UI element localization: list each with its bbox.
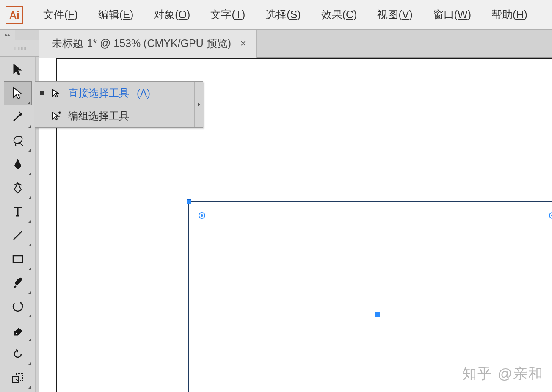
svg-rect-3	[13, 256, 22, 262]
menu-item-e[interactable]: 编辑(E)	[93, 5, 138, 24]
document-tab-bar: 未标题-1* @ 153% (CMYK/GPU 预览) ×	[39, 30, 552, 58]
corner-widget-top-left[interactable]	[199, 212, 205, 219]
flyout-indicator-icon	[28, 196, 31, 199]
direct-selection-tool-button[interactable]	[4, 81, 32, 105]
flyout-indicator-icon	[28, 268, 31, 270]
rectangle-tool-icon	[11, 252, 25, 266]
corner-widget-top-right[interactable]	[549, 212, 552, 219]
svg-text:+: +	[58, 111, 61, 115]
menu-bar: Ai 文件(F)编辑(E)对象(O)文字(T)选择(S)效果(C)视图(V)窗口…	[0, 0, 552, 30]
pen-tool-icon	[11, 157, 25, 171]
flyout-indicator-icon	[28, 315, 31, 317]
scale-tool-icon	[11, 371, 25, 384]
eraser-tool-icon	[11, 323, 25, 337]
flyout-indicator-icon	[28, 173, 31, 175]
curvature-tool-button[interactable]	[4, 176, 32, 200]
watermark-text: 知乎 @亲和	[462, 364, 544, 384]
menu-item-h[interactable]: 帮助(H)	[486, 5, 533, 24]
active-indicator-icon	[40, 91, 44, 95]
shaper-tool-icon	[11, 300, 25, 313]
flyout-indicator-icon	[28, 339, 31, 341]
selected-rectangle[interactable]	[188, 201, 552, 392]
brush-tool-icon	[11, 276, 25, 290]
flyout-indicator-icon	[28, 291, 31, 294]
type-tool-icon	[11, 205, 25, 218]
ruler-corner: ||||||||||	[0, 40, 39, 57]
menu-item-w[interactable]: 窗口(W)	[428, 5, 476, 24]
scale-tool-button[interactable]	[4, 366, 32, 389]
magic-wand-tool-button[interactable]	[4, 105, 32, 129]
anchor-point-top-left[interactable]	[187, 199, 191, 204]
flyout-indicator-icon	[28, 125, 31, 128]
flyout-item-label: 编组选择工具	[68, 109, 129, 123]
magic-wand-tool-icon	[11, 110, 25, 124]
curvature-tool-icon	[11, 181, 25, 195]
flyout-item-group-selection[interactable]: + 编组选择工具	[35, 105, 203, 127]
selection-tool-icon	[11, 63, 25, 76]
app-logo: Ai	[3, 4, 25, 26]
rotate-tool-icon	[11, 347, 25, 361]
svg-point-2	[20, 113, 22, 114]
flyout-indicator-icon	[28, 149, 31, 152]
close-tab-button[interactable]: ×	[240, 38, 246, 49]
active-indicator-icon	[40, 114, 44, 118]
shaper-tool-button[interactable]	[4, 295, 32, 318]
rectangle-tool-button[interactable]	[4, 247, 32, 271]
menu-item-v[interactable]: 视图(V)	[372, 5, 417, 24]
type-tool-button[interactable]	[4, 200, 32, 224]
flyout-indicator-icon	[28, 386, 31, 389]
direct-selection-icon	[50, 88, 62, 98]
document-tab[interactable]: 未标题-1* @ 153% (CMYK/GPU 预览) ×	[39, 30, 257, 58]
svg-text:Ai: Ai	[9, 9, 19, 21]
menu-item-c[interactable]: 效果(C)	[316, 5, 362, 24]
menu-item-f[interactable]: 文件(F)	[38, 5, 83, 24]
flyout-indicator-icon	[28, 101, 30, 104]
lasso-tool-button[interactable]	[4, 129, 32, 152]
center-point[interactable]	[375, 312, 380, 317]
brush-tool-button[interactable]	[4, 271, 32, 295]
direct-selection-tool-icon	[11, 86, 25, 100]
flyout-tearoff-handle[interactable]	[194, 82, 203, 127]
rotate-tool-button[interactable]	[4, 342, 32, 366]
flyout-item-shortcut: (A)	[137, 87, 150, 99]
flyout-indicator-icon	[28, 244, 31, 246]
document-tab-title: 未标题-1* @ 153% (CMYK/GPU 预览)	[52, 36, 231, 50]
eraser-tool-button[interactable]	[4, 318, 32, 342]
menu-item-o[interactable]: 对象(O)	[149, 5, 195, 24]
tool-flyout-menu: 直接选择工具 (A) + 编组选择工具	[35, 81, 203, 128]
flyout-item-direct-selection[interactable]: 直接选择工具 (A)	[35, 82, 203, 105]
lasso-tool-icon	[11, 134, 25, 147]
selection-tool-button[interactable]	[4, 58, 32, 81]
pen-tool-button[interactable]	[4, 152, 32, 176]
line-tool-button[interactable]	[4, 224, 32, 247]
group-selection-icon: +	[50, 111, 62, 121]
flyout-indicator-icon	[28, 220, 31, 223]
toolbox	[0, 57, 36, 392]
panel-collapse-button[interactable]: ▸▸	[0, 30, 15, 40]
flyout-item-label: 直接选择工具	[68, 86, 129, 100]
menu-item-s[interactable]: 选择(S)	[260, 5, 306, 24]
flyout-indicator-icon	[28, 362, 31, 365]
menu-item-t[interactable]: 文字(T)	[205, 5, 250, 24]
line-tool-icon	[11, 229, 25, 242]
